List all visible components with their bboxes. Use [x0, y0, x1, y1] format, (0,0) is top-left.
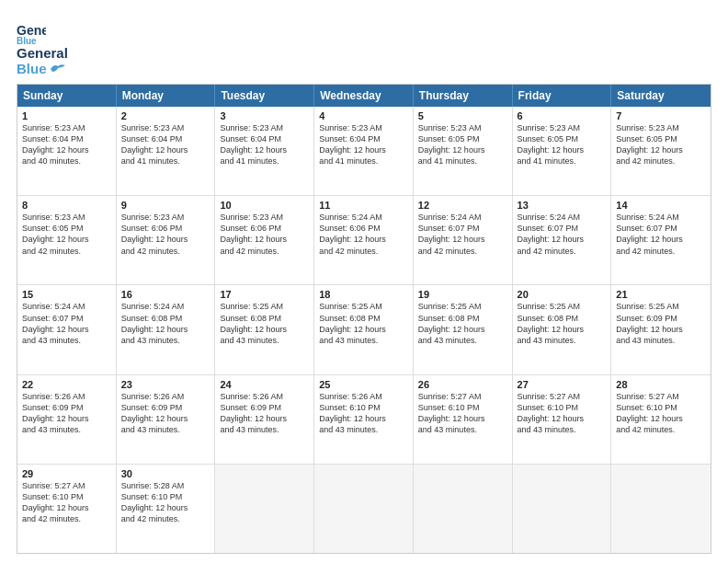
calendar-week-row: 22Sunrise: 5:26 AMSunset: 6:09 PMDayligh…	[17, 375, 711, 465]
day-info: Sunrise: 5:27 AMSunset: 6:10 PMDaylight:…	[518, 391, 607, 436]
day-number: 22	[22, 379, 111, 390]
day-info: Sunrise: 5:27 AMSunset: 6:10 PMDaylight:…	[418, 391, 507, 436]
day-info: Sunrise: 5:26 AMSunset: 6:09 PMDaylight:…	[22, 391, 111, 436]
calendar-day-cell: 24Sunrise: 5:26 AMSunset: 6:09 PMDayligh…	[215, 375, 314, 464]
calendar-day-cell: 27Sunrise: 5:27 AMSunset: 6:10 PMDayligh…	[513, 375, 612, 464]
day-number: 10	[220, 200, 309, 211]
day-info: Sunrise: 5:23 AMSunset: 6:06 PMDaylight:…	[121, 212, 210, 257]
day-info: Sunrise: 5:23 AMSunset: 6:04 PMDaylight:…	[319, 122, 408, 167]
calendar-day-cell: 14Sunrise: 5:24 AMSunset: 6:07 PMDayligh…	[611, 196, 711, 284]
day-number: 15	[22, 289, 111, 300]
day-number: 1	[22, 110, 111, 121]
logo-icon: General Blue	[17, 17, 46, 46]
calendar-day-cell: 5Sunrise: 5:23 AMSunset: 6:05 PMDaylight…	[414, 107, 513, 195]
calendar-week-row: 8Sunrise: 5:23 AMSunset: 6:05 PMDaylight…	[17, 196, 711, 285]
calendar-day-cell: 21Sunrise: 5:25 AMSunset: 6:09 PMDayligh…	[611, 285, 711, 373]
calendar-day-cell: 6Sunrise: 5:23 AMSunset: 6:05 PMDaylight…	[513, 107, 612, 195]
day-info: Sunrise: 5:24 AMSunset: 6:07 PMDaylight:…	[22, 301, 111, 346]
calendar-day-cell	[414, 465, 513, 553]
page: General Blue General Blue SundayMonday	[0, 0, 728, 563]
day-number: 8	[22, 200, 111, 211]
day-info: Sunrise: 5:26 AMSunset: 6:10 PMDaylight:…	[319, 391, 408, 436]
day-info: Sunrise: 5:23 AMSunset: 6:05 PMDaylight:…	[22, 212, 111, 257]
day-info: Sunrise: 5:28 AMSunset: 6:10 PMDaylight:…	[121, 480, 210, 525]
day-number: 5	[418, 110, 507, 121]
day-number: 29	[22, 468, 111, 479]
calendar-day-cell: 30Sunrise: 5:28 AMSunset: 6:10 PMDayligh…	[117, 465, 216, 553]
day-number: 7	[616, 110, 706, 121]
day-info: Sunrise: 5:27 AMSunset: 6:10 PMDaylight:…	[616, 391, 706, 436]
day-number: 9	[121, 200, 210, 211]
calendar-day-cell: 16Sunrise: 5:24 AMSunset: 6:08 PMDayligh…	[117, 285, 216, 373]
day-info: Sunrise: 5:26 AMSunset: 6:09 PMDaylight:…	[220, 391, 309, 436]
day-info: Sunrise: 5:27 AMSunset: 6:10 PMDaylight:…	[22, 480, 111, 525]
day-number: 11	[319, 200, 408, 211]
day-info: Sunrise: 5:24 AMSunset: 6:07 PMDaylight:…	[418, 212, 507, 257]
calendar-day-cell: 19Sunrise: 5:25 AMSunset: 6:08 PMDayligh…	[414, 285, 513, 373]
calendar-day-cell: 12Sunrise: 5:24 AMSunset: 6:07 PMDayligh…	[414, 196, 513, 284]
calendar-day-cell: 9Sunrise: 5:23 AMSunset: 6:06 PMDaylight…	[117, 196, 216, 284]
day-number: 12	[418, 200, 507, 211]
calendar-day-cell: 28Sunrise: 5:27 AMSunset: 6:10 PMDayligh…	[611, 375, 711, 464]
calendar-day-cell: 25Sunrise: 5:26 AMSunset: 6:10 PMDayligh…	[314, 375, 414, 464]
day-number: 13	[518, 200, 607, 211]
calendar-day-cell: 23Sunrise: 5:26 AMSunset: 6:09 PMDayligh…	[117, 375, 216, 464]
calendar-body: 1Sunrise: 5:23 AMSunset: 6:04 PMDaylight…	[17, 107, 711, 553]
day-number: 6	[518, 110, 607, 121]
day-number: 14	[616, 200, 706, 211]
day-number: 25	[319, 379, 408, 390]
day-info: Sunrise: 5:26 AMSunset: 6:09 PMDaylight:…	[121, 391, 210, 436]
day-info: Sunrise: 5:25 AMSunset: 6:08 PMDaylight:…	[319, 301, 408, 346]
calendar-week-row: 15Sunrise: 5:24 AMSunset: 6:07 PMDayligh…	[17, 285, 711, 374]
calendar-day-cell: 15Sunrise: 5:24 AMSunset: 6:07 PMDayligh…	[17, 285, 117, 373]
calendar-day-cell: 8Sunrise: 5:23 AMSunset: 6:05 PMDaylight…	[17, 196, 117, 284]
calendar-header-cell: Tuesday	[215, 85, 314, 107]
calendar-day-cell: 26Sunrise: 5:27 AMSunset: 6:10 PMDayligh…	[414, 375, 513, 464]
calendar-day-cell: 10Sunrise: 5:23 AMSunset: 6:06 PMDayligh…	[215, 196, 314, 284]
day-number: 28	[616, 379, 706, 390]
calendar-day-cell: 11Sunrise: 5:24 AMSunset: 6:06 PMDayligh…	[314, 196, 414, 284]
logo: General Blue General Blue	[17, 17, 68, 76]
day-number: 20	[518, 289, 607, 300]
day-number: 27	[518, 379, 607, 390]
day-number: 17	[220, 289, 309, 300]
day-info: Sunrise: 5:24 AMSunset: 6:06 PMDaylight:…	[319, 212, 408, 257]
calendar-header-cell: Thursday	[414, 85, 513, 107]
calendar-day-cell	[513, 465, 612, 553]
calendar-day-cell: 4Sunrise: 5:23 AMSunset: 6:04 PMDaylight…	[314, 107, 414, 195]
header: General Blue General Blue	[17, 17, 711, 76]
day-info: Sunrise: 5:25 AMSunset: 6:08 PMDaylight:…	[518, 301, 607, 346]
calendar-day-cell: 29Sunrise: 5:27 AMSunset: 6:10 PMDayligh…	[17, 465, 117, 553]
calendar-day-cell: 22Sunrise: 5:26 AMSunset: 6:09 PMDayligh…	[17, 375, 117, 464]
calendar-day-cell	[611, 465, 711, 553]
calendar-header: SundayMondayTuesdayWednesdayThursdayFrid…	[17, 85, 711, 107]
logo-general: General	[17, 46, 68, 62]
calendar: SundayMondayTuesdayWednesdayThursdayFrid…	[17, 84, 711, 554]
day-info: Sunrise: 5:25 AMSunset: 6:08 PMDaylight:…	[220, 301, 309, 346]
day-number: 3	[220, 110, 309, 121]
day-number: 24	[220, 379, 309, 390]
day-number: 2	[121, 110, 210, 121]
calendar-header-cell: Monday	[117, 85, 216, 107]
calendar-week-row: 29Sunrise: 5:27 AMSunset: 6:10 PMDayligh…	[17, 465, 711, 553]
day-number: 23	[121, 379, 210, 390]
day-info: Sunrise: 5:24 AMSunset: 6:07 PMDaylight:…	[616, 212, 706, 257]
day-info: Sunrise: 5:23 AMSunset: 6:05 PMDaylight:…	[518, 122, 607, 167]
day-info: Sunrise: 5:23 AMSunset: 6:05 PMDaylight:…	[418, 122, 507, 167]
day-number: 4	[319, 110, 408, 121]
calendar-day-cell	[314, 465, 414, 553]
calendar-header-cell: Friday	[513, 85, 612, 107]
day-number: 16	[121, 289, 210, 300]
calendar-header-cell: Wednesday	[314, 85, 414, 107]
day-info: Sunrise: 5:25 AMSunset: 6:09 PMDaylight:…	[616, 301, 706, 346]
calendar-day-cell: 20Sunrise: 5:25 AMSunset: 6:08 PMDayligh…	[513, 285, 612, 373]
calendar-day-cell: 17Sunrise: 5:25 AMSunset: 6:08 PMDayligh…	[215, 285, 314, 373]
day-info: Sunrise: 5:24 AMSunset: 6:07 PMDaylight:…	[518, 212, 607, 257]
day-info: Sunrise: 5:23 AMSunset: 6:05 PMDaylight:…	[616, 122, 706, 167]
calendar-day-cell: 3Sunrise: 5:23 AMSunset: 6:04 PMDaylight…	[215, 107, 314, 195]
day-number: 18	[319, 289, 408, 300]
day-number: 21	[616, 289, 706, 300]
day-number: 26	[418, 379, 507, 390]
calendar-day-cell: 2Sunrise: 5:23 AMSunset: 6:04 PMDaylight…	[117, 107, 216, 195]
day-info: Sunrise: 5:24 AMSunset: 6:08 PMDaylight:…	[121, 301, 210, 346]
